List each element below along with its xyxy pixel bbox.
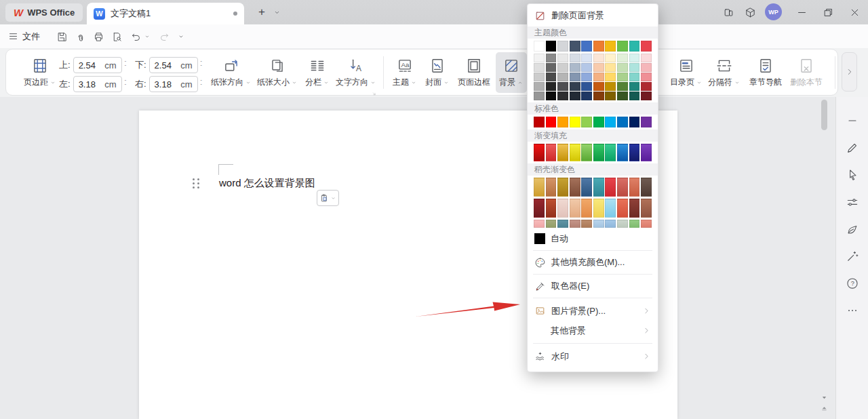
document-text[interactable]: word 怎么设置背景图	[219, 177, 315, 190]
theme-shade-swatch[interactable]	[617, 92, 628, 100]
print-preview-icon[interactable]	[109, 29, 124, 44]
theme-shade-swatch[interactable]	[534, 63, 545, 72]
theme-color-swatch[interactable]	[546, 41, 557, 52]
browse-object-button[interactable]	[820, 404, 829, 413]
ribbon-button-封面[interactable]: 封面	[421, 52, 454, 93]
ribbon-button-主题[interactable]: Aa主题	[389, 52, 421, 93]
standard-color-swatch[interactable]	[605, 117, 616, 127]
docer-gradient-swatch[interactable]	[546, 178, 557, 197]
docer-gradient-swatch[interactable]	[557, 178, 568, 197]
gradient-fill-swatch[interactable]	[546, 144, 557, 161]
color-picker-item[interactable]: 取色器(E)	[528, 277, 658, 295]
margin-left-stepper[interactable]: ˆˇ	[125, 80, 126, 88]
ribbon-button-文字方向[interactable]: A文字方向	[334, 52, 378, 93]
standard-color-swatch[interactable]	[557, 117, 568, 127]
theme-shade-swatch[interactable]	[546, 63, 557, 72]
theme-shade-swatch[interactable]	[557, 63, 568, 72]
margin-top-field[interactable]: 2.54 cm	[73, 57, 122, 73]
docer-gradient-swatch[interactable]	[546, 220, 557, 228]
theme-shade-swatch[interactable]	[593, 63, 604, 72]
other-background-item[interactable]: 其他背景	[528, 321, 658, 340]
tab-list-caret-icon[interactable]	[269, 4, 285, 20]
gradient-fill-swatch[interactable]	[605, 144, 616, 161]
gradient-fill-swatch[interactable]	[593, 144, 604, 161]
more-dots-icon[interactable]	[846, 304, 859, 317]
theme-shade-swatch[interactable]	[581, 82, 592, 91]
theme-shade-swatch[interactable]	[534, 73, 545, 81]
theme-color-swatch[interactable]	[629, 41, 640, 52]
standard-color-swatch[interactable]	[581, 117, 592, 127]
margin-left-field[interactable]: 3.18 cm	[73, 76, 122, 92]
theme-color-swatch[interactable]	[570, 41, 580, 52]
docer-gradient-swatch[interactable]	[617, 220, 628, 228]
paste-options-button[interactable]	[317, 190, 339, 206]
ink-tool-icon[interactable]	[846, 222, 859, 236]
minimize-button[interactable]	[793, 4, 810, 20]
theme-shade-swatch[interactable]	[593, 82, 604, 91]
device-button[interactable]	[720, 4, 736, 20]
docer-gradient-swatch[interactable]	[629, 199, 640, 218]
adjust-sliders-icon[interactable]	[846, 195, 859, 209]
auto-color-item[interactable]: 自动	[528, 230, 658, 247]
theme-shade-swatch[interactable]	[570, 92, 580, 100]
theme-shade-swatch[interactable]	[570, 54, 580, 62]
theme-shade-swatch[interactable]	[617, 73, 628, 81]
theme-color-swatch[interactable]	[557, 41, 568, 52]
paragraph-drag-handle[interactable]	[193, 178, 200, 189]
theme-shade-swatch[interactable]	[605, 63, 616, 72]
theme-shade-swatch[interactable]	[629, 73, 640, 81]
ribbon-resize-icon[interactable]	[372, 89, 379, 96]
theme-shade-swatch[interactable]	[629, 82, 640, 91]
ribbon-button-纸张方向[interactable]: 纸张方向	[210, 52, 253, 93]
theme-shade-swatch[interactable]	[605, 82, 616, 91]
docer-gradient-swatch[interactable]	[546, 199, 557, 218]
gradient-fill-swatch[interactable]	[629, 144, 640, 161]
theme-shade-swatch[interactable]	[546, 54, 557, 62]
docer-gradient-swatch[interactable]	[570, 199, 580, 218]
theme-shade-swatch[interactable]	[557, 73, 568, 81]
theme-shade-swatch[interactable]	[581, 54, 592, 62]
theme-shade-swatch[interactable]	[570, 73, 580, 81]
docer-gradient-swatch[interactable]	[593, 220, 604, 228]
delete-page-background-item[interactable]: 删除页面背景	[528, 7, 658, 24]
theme-shade-swatch[interactable]	[546, 82, 557, 91]
apps-cube-button[interactable]	[742, 4, 758, 20]
docer-gradient-swatch[interactable]	[534, 199, 545, 218]
theme-shade-swatch[interactable]	[641, 92, 652, 100]
docer-gradient-swatch[interactable]	[593, 199, 604, 218]
scroll-down-button[interactable]	[820, 393, 829, 402]
theme-shade-swatch[interactable]	[593, 54, 604, 62]
theme-shade-swatch[interactable]	[570, 82, 580, 91]
theme-shade-swatch[interactable]	[617, 54, 628, 62]
margin-bottom-stepper[interactable]: ˆˇ	[201, 61, 202, 69]
theme-shade-swatch[interactable]	[629, 92, 640, 100]
theme-shade-swatch[interactable]	[641, 73, 652, 81]
docer-gradient-swatch[interactable]	[581, 178, 592, 197]
print-icon[interactable]	[91, 29, 106, 44]
docer-gradient-swatch[interactable]	[617, 199, 628, 218]
close-button[interactable]	[846, 4, 863, 20]
theme-color-swatch[interactable]	[605, 41, 616, 52]
theme-shade-swatch[interactable]	[570, 63, 580, 72]
watermark-item[interactable]: 水印	[528, 346, 658, 366]
document-tab[interactable]: W 文字文稿1	[87, 3, 244, 24]
theme-shade-swatch[interactable]	[557, 82, 568, 91]
theme-shade-swatch[interactable]	[557, 92, 568, 100]
theme-shade-swatch[interactable]	[593, 73, 604, 81]
theme-shade-swatch[interactable]	[581, 63, 592, 72]
docer-gradient-swatch[interactable]	[605, 178, 616, 197]
docer-gradient-swatch[interactable]	[570, 178, 580, 197]
margin-right-stepper[interactable]: ˆˇ	[201, 80, 202, 88]
docer-gradient-swatch[interactable]	[570, 220, 580, 228]
save-icon[interactable]	[54, 29, 69, 44]
ribbon-button-页边距[interactable]: 页边距	[21, 52, 59, 93]
docer-gradient-swatch[interactable]	[641, 220, 652, 228]
gradient-fill-swatch[interactable]	[617, 144, 628, 161]
margin-bottom-field[interactable]: 2.54 cm	[149, 57, 198, 73]
theme-shade-swatch[interactable]	[534, 54, 545, 62]
theme-shade-swatch[interactable]	[546, 73, 557, 81]
file-menu-button[interactable]: 文件	[8, 28, 40, 45]
app-menu-button[interactable]: W WPS Office	[5, 3, 83, 22]
theme-shade-swatch[interactable]	[593, 92, 604, 100]
theme-shade-swatch[interactable]	[581, 73, 592, 81]
